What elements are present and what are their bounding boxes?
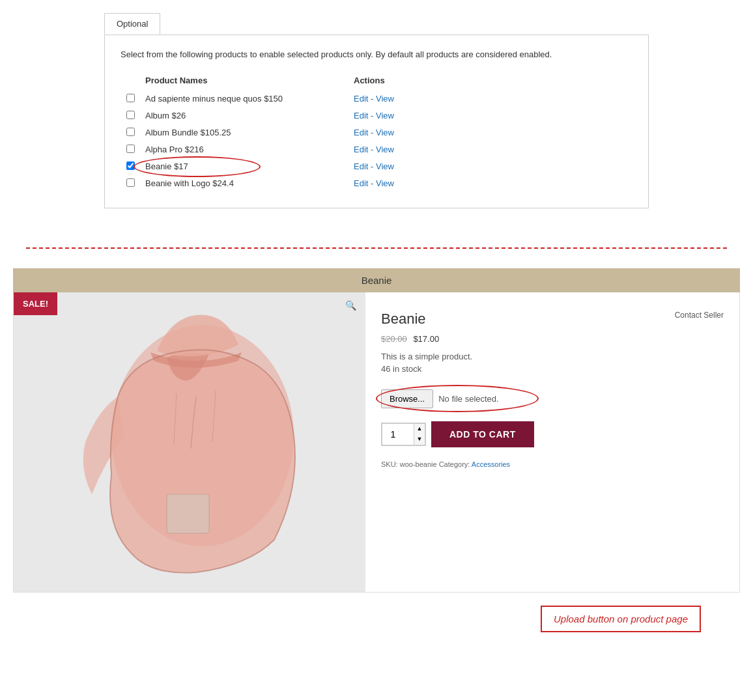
product-header: Beanie — [13, 268, 740, 292]
original-price: $20.00 — [381, 334, 407, 344]
view-link[interactable]: View — [376, 94, 394, 104]
annotation-box: Upload button on product page — [541, 606, 701, 632]
actions-header: Actions — [348, 73, 632, 91]
section-divider — [26, 247, 727, 249]
product-name-cell: Ad sapiente minus neque quos $150 — [140, 91, 348, 107]
beanie-illustration — [14, 292, 365, 592]
actions-cell: Edit - View — [348, 124, 632, 141]
product-body: SALE! 🔍 — [13, 292, 740, 593]
view-link[interactable]: View — [376, 161, 394, 171]
quantity-input[interactable] — [382, 423, 414, 445]
annotation-area: Upload button on product page — [0, 593, 753, 652]
product-title: Beanie — [381, 311, 724, 328]
panel-description: Select from the following products to en… — [121, 48, 632, 61]
file-label: No file selected. — [438, 394, 499, 404]
table-row: Album $26Edit - View — [121, 107, 632, 124]
product-name-cell: Album Bundle $105.25 — [140, 124, 348, 141]
view-link[interactable]: View — [376, 178, 394, 188]
product-checkbox[interactable] — [126, 178, 135, 187]
table-row: Album Bundle $105.25Edit - View — [121, 124, 632, 141]
edit-link[interactable]: Edit — [354, 111, 368, 120]
actions-cell: Edit - View — [348, 141, 632, 158]
top-section: Optional Select from the following produ… — [0, 0, 753, 228]
actions-cell: Edit - View — [348, 91, 632, 107]
contact-seller[interactable]: Contact Seller — [675, 311, 724, 320]
table-row: Ad sapiente minus neque quos $150Edit - … — [121, 91, 632, 107]
checkbox-cell — [121, 158, 140, 175]
sale-price: $17.00 — [413, 334, 439, 344]
add-to-cart-button[interactable]: ADD TO CART — [431, 421, 534, 447]
beanie-highlight — [134, 156, 261, 177]
product-name-cell: Beanie with Logo $24.4 — [140, 175, 348, 192]
annotation-label: Upload button on product page — [554, 613, 688, 624]
tab-bar: Optional — [104, 13, 649, 35]
edit-link[interactable]: Edit — [354, 128, 368, 137]
view-link[interactable]: View — [376, 145, 394, 154]
product-name-cell: Album $26 — [140, 107, 348, 124]
edit-link[interactable]: Edit — [354, 161, 368, 171]
product-checkbox[interactable] — [126, 111, 135, 119]
qty-down-button[interactable]: ▼ — [414, 434, 425, 445]
edit-link[interactable]: Edit — [354, 178, 368, 188]
product-checkbox[interactable] — [126, 94, 135, 102]
checkbox-cell — [121, 175, 140, 192]
table-row: Alpha Pro $216Edit - View — [121, 141, 632, 158]
qty-up-button[interactable]: ▲ — [414, 424, 425, 434]
product-names-header: Product Names — [140, 73, 348, 91]
quantity-spinner: ▲ ▼ — [414, 423, 425, 445]
actions-cell: Edit - View — [348, 158, 632, 175]
table-row: Beanie $17Edit - View — [121, 158, 632, 175]
cart-area: ▲ ▼ ADD TO CART — [381, 421, 724, 447]
checkbox-cell — [121, 141, 140, 158]
checkbox-cell — [121, 91, 140, 107]
product-image-area: SALE! 🔍 — [14, 292, 365, 592]
sku-info: SKU: woo-beanie Category: Accessories — [381, 460, 724, 468]
product-name-cell: Beanie $17 — [140, 158, 348, 175]
sku-label: SKU: woo-beanie Category: — [381, 460, 470, 468]
actions-cell: Edit - View — [348, 107, 632, 124]
checkbox-cell — [121, 107, 140, 124]
products-table: Product Names Actions Ad sapiente minus … — [121, 73, 632, 192]
quantity-wrapper: ▲ ▼ — [381, 423, 426, 446]
file-upload-area: Browse... No file selected. — [381, 389, 724, 408]
checkbox-cell — [121, 124, 140, 141]
category-link[interactable]: Accessories — [472, 460, 510, 468]
product-checkbox[interactable] — [126, 145, 135, 153]
product-name-cell: Alpha Pro $216 — [140, 141, 348, 158]
tab-label: Optional — [117, 19, 148, 29]
magnify-icon[interactable]: 🔍 — [345, 300, 356, 311]
product-checkbox[interactable] — [126, 128, 135, 136]
edit-link[interactable]: Edit — [354, 145, 368, 154]
product-description: This is a simple product. — [381, 352, 724, 361]
view-link[interactable]: View — [376, 111, 394, 120]
product-details: Contact Seller Beanie $20.00 $17.00 This… — [365, 292, 739, 592]
svg-rect-1 — [167, 494, 209, 533]
browse-button[interactable]: Browse... — [381, 389, 433, 408]
table-row: Beanie with Logo $24.4Edit - View — [121, 175, 632, 192]
price-area: $20.00 $17.00 — [381, 334, 724, 344]
sale-badge: SALE! — [14, 292, 57, 315]
product-checkbox[interactable] — [126, 161, 135, 170]
product-section: Beanie SALE! 🔍 — [13, 268, 740, 593]
stock-info: 46 in stock — [381, 364, 724, 374]
view-link[interactable]: View — [376, 128, 394, 137]
optional-tab[interactable]: Optional — [104, 13, 160, 35]
checkbox-header — [121, 73, 140, 91]
panel: Select from the following products to en… — [104, 35, 649, 208]
edit-link[interactable]: Edit — [354, 94, 368, 104]
actions-cell: Edit - View — [348, 175, 632, 192]
